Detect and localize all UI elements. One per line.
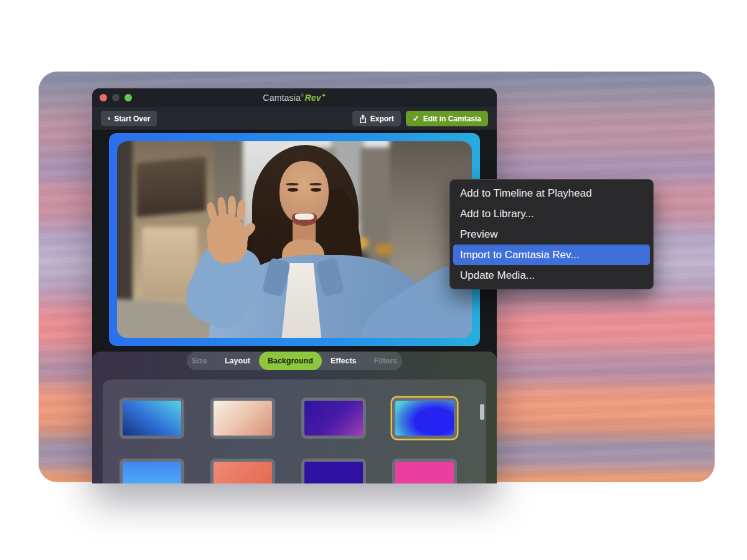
edit-in-camtasia-button[interactable]: ✓ Edit in Camtasia (406, 111, 488, 126)
swatch-purple-gradient[interactable] (301, 398, 366, 439)
woman-waving (117, 141, 472, 338)
desktop: Camtasia®Rev✦ ‹ Start Over Export ✓ Edit (0, 0, 747, 560)
toolbar: ‹ Start Over Export ✓ Edit in Camtasia (92, 107, 497, 131)
swatch-color (123, 462, 181, 483)
start-over-button[interactable]: ‹ Start Over (101, 111, 157, 126)
eye (311, 188, 321, 191)
menu-item-update-media[interactable]: Update Media... (450, 265, 653, 286)
swatch-sky-blue[interactable] (120, 459, 184, 483)
swatch-color (304, 401, 363, 436)
swatch-color (123, 401, 181, 436)
tab-layout[interactable]: Layout (216, 352, 259, 370)
editing-panel: Size Layout Background Effects Filters (92, 352, 497, 483)
swatch-color (304, 462, 363, 483)
titlebar: Camtasia®Rev✦ (92, 88, 497, 107)
background-swatch-panel (103, 380, 486, 483)
smiling-mouth (292, 213, 317, 226)
eye (288, 188, 298, 191)
menu-item-add-to-library[interactable]: Add to Library... (450, 203, 653, 224)
window-title: Camtasia®Rev✦ (92, 93, 497, 103)
swatch-grid (103, 380, 486, 483)
context-menu: Add to Timeline at Playhead Add to Libra… (449, 179, 654, 289)
export-button[interactable]: Export (352, 111, 401, 126)
finger (237, 200, 247, 220)
swatch-indigo[interactable] (301, 459, 366, 483)
registered-mark: ® (301, 93, 304, 98)
scrollbar-thumb[interactable] (480, 404, 484, 420)
swatch-color (395, 401, 454, 436)
menu-item-preview[interactable]: Preview (450, 224, 653, 245)
video-frame (109, 133, 480, 346)
toolbar-right-group: Export ✓ Edit in Camtasia (352, 111, 488, 126)
edit-in-camtasia-label: Edit in Camtasia (423, 114, 481, 123)
swatch-color (395, 462, 454, 483)
swatch-blue-cyan-selected[interactable] (392, 398, 457, 439)
chevron-left-icon: ‹ (108, 114, 110, 122)
product-name: Rev (304, 93, 321, 103)
export-icon (359, 114, 367, 123)
swatch-blue-gradient[interactable] (120, 398, 184, 439)
tab-effects[interactable]: Effects (322, 352, 365, 370)
preview-area (92, 131, 497, 346)
swatch-cream-gradient[interactable] (210, 398, 275, 439)
export-label: Export (370, 114, 394, 123)
teeth (295, 213, 314, 220)
menu-item-add-to-timeline[interactable]: Add to Timeline at Playhead (450, 183, 653, 203)
brand-name: Camtasia (263, 93, 301, 103)
tab-background[interactable]: Background (259, 352, 322, 370)
checkmark-icon: ✓ (413, 114, 420, 123)
menu-item-import-to-camtasia-rev[interactable]: Import to Camtasia Rev... (453, 245, 650, 265)
swatch-magenta[interactable] (392, 459, 457, 483)
tab-filters[interactable]: Filters (365, 352, 406, 370)
camtasia-rev-window: Camtasia®Rev✦ ‹ Start Over Export ✓ Edit (92, 88, 497, 483)
sparkle-icon: ✦ (322, 93, 326, 98)
swatch-color (214, 401, 272, 436)
start-over-label: Start Over (114, 114, 150, 123)
swatch-color (214, 462, 272, 483)
swatch-coral[interactable] (210, 459, 275, 483)
tab-size[interactable]: Size (183, 352, 216, 370)
tab-bar: Size Layout Background Effects Filters (187, 352, 402, 370)
video-preview[interactable] (117, 141, 472, 338)
